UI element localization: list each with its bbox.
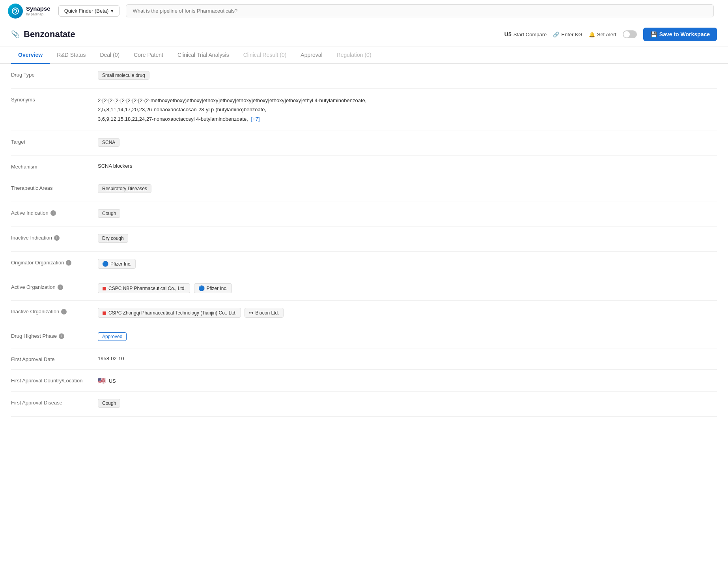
synonyms-label: Synonyms [11,96,98,103]
first-approval-disease-value: Cough [98,399,717,409]
active-org-row: Active Organization i ◼ CSPC NBP Pharmac… [11,276,717,301]
logo-icon [8,4,23,19]
tab-overview[interactable]: Overview [11,47,50,64]
pin-icon: 📎 [11,30,20,39]
active-org-value: ◼ CSPC NBP Pharmaceutical Co., Ltd. 🔵 Pf… [98,283,717,293]
first-approval-country-value: 🇺🇸 US [98,377,717,384]
therapeutic-areas-tag: Respiratory Diseases [98,184,151,193]
drug-highest-phase-value: Approved [98,332,717,341]
alert-toggle[interactable] [623,30,637,38]
save-workspace-button[interactable]: 💾 Save to Workspace [643,28,717,41]
pfizer-icon: 🔵 [102,261,108,267]
tab-bar: Overview R&D Status Deal (0) Core Patent… [0,47,728,64]
approved-badge: Approved [98,332,127,341]
inactive-org-label: Inactive Organization i [11,308,98,314]
inactive-indication-tag: Dry cough [98,234,128,243]
kg-icon: 🔗 [553,32,559,37]
cspc-zhongqi-icon: ◼ [102,310,106,316]
tab-approval[interactable]: Approval [293,47,329,64]
inactive-org-info-icon[interactable]: i [61,309,67,314]
active-org-info-icon[interactable]: i [58,284,63,290]
set-alert-label: Set Alert [597,32,616,37]
synonyms-value: 2-[2-[2-[2-[2-[2-[2-[2-(2-methoxyethoxy)… [98,96,717,124]
page-title: Benzonatate [24,29,75,39]
inactive-org-2-tag: ↤ Biocon Ltd. [245,308,283,318]
originator-org-info-icon[interactable]: i [66,260,71,266]
save-workspace-label: Save to Workspace [659,31,710,37]
quick-finder-label: Quick Finder (Beta) [64,8,109,14]
first-approval-date-label: First Approval Date [11,356,98,362]
target-label: Target [11,138,98,145]
enter-kg-label: Enter KG [561,32,582,37]
target-row: Target SCNA [11,131,717,156]
mechanism-row: Mechanism SCNA blockers [11,156,717,177]
active-indication-tag: Cough [98,209,120,218]
therapeutic-areas-value: Respiratory Diseases [98,184,717,195]
drug-highest-phase-row: Drug Highest Phase i Approved [11,325,717,348]
inactive-indication-row: Inactive Indication i Dry cough [11,227,717,252]
originator-org-label: Originator Organization i [11,259,98,266]
tab-core-patent[interactable]: Core Patent [127,47,170,64]
active-indication-info-icon[interactable]: i [50,210,56,216]
logo-sub: by patsnap [26,12,50,16]
target-tag: SCNA [98,138,119,147]
cspc-icon: ◼ [102,285,106,291]
tab-rd-status[interactable]: R&D Status [50,47,93,64]
tab-clinical-trial[interactable]: Clinical Trial Analysis [170,47,236,64]
quick-finder-button[interactable]: Quick Finder (Beta) ▾ [58,5,120,17]
inactive-indication-info-icon[interactable]: i [54,235,60,241]
therapeutic-areas-label: Therapeutic Areas [11,184,98,191]
set-alert-button[interactable]: 🔔 Set Alert [589,32,616,37]
tab-deal[interactable]: Deal (0) [93,47,127,64]
drug-type-value: Small molecule drug [98,71,717,81]
active-org-1-tag: ◼ CSPC NBP Pharmaceutical Co., Ltd. [98,283,190,293]
compare-icon: U5 [504,31,511,37]
target-value: SCNA [98,138,717,148]
drug-highest-phase-info-icon[interactable]: i [59,333,64,339]
active-indication-value: Cough [98,209,717,219]
drug-type-row: Drug Type Small molecule drug [11,64,717,89]
page-title-area: 📎 Benzonatate [11,29,75,39]
header-actions: U5 Start Compare 🔗 Enter KG 🔔 Set Alert … [504,28,717,41]
drug-type-tag: Small molecule drug [98,71,149,80]
mechanism-label: Mechanism [11,163,98,170]
active-org-2-tag: 🔵 Pfizer Inc. [194,283,232,293]
inactive-org-value: ◼ CSPC Zhongqi Pharmaceutical Technology… [98,308,717,318]
drug-type-label: Drug Type [11,71,98,78]
originator-org-row: Originator Organization i 🔵 Pfizer Inc. [11,252,717,276]
inactive-indication-value: Dry cough [98,234,717,244]
enter-kg-button[interactable]: 🔗 Enter KG [553,32,582,37]
originator-org-value: 🔵 Pfizer Inc. [98,259,717,269]
logo-text: Synapse [26,6,50,12]
first-approval-disease-tag: Cough [98,399,120,408]
page-header: 📎 Benzonatate U5 Start Compare 🔗 Enter K… [0,22,728,47]
first-approval-date-row: First Approval Date 1958-02-10 [11,348,717,370]
biocon-icon: ↤ [249,310,253,316]
pfizer2-icon: 🔵 [198,285,205,291]
active-indication-row: Active Indication i Cough [11,202,717,227]
first-approval-country-row: First Approval Country/Location 🇺🇸 US [11,370,717,392]
overview-content: Drug Type Small molecule drug Synonyms 2… [0,64,728,417]
inactive-org-row: Inactive Organization i ◼ CSPC Zhongqi P… [11,301,717,325]
active-org-label: Active Organization i [11,283,98,290]
active-indication-label: Active Indication i [11,209,98,216]
logo-area: Synapse by patsnap [8,4,50,19]
save-icon: 💾 [650,31,657,37]
inactive-indication-label: Inactive Indication i [11,234,98,241]
inactive-org-1-tag: ◼ CSPC Zhongqi Pharmaceutical Technology… [98,308,241,318]
synonyms-row: Synonyms 2-[2-[2-[2-[2-[2-[2-[2-(2-metho… [11,89,717,131]
first-approval-disease-row: First Approval Disease Cough [11,392,717,417]
alert-icon: 🔔 [589,32,595,37]
chevron-down-icon: ▾ [111,8,114,14]
start-compare-label: Start Compare [513,32,547,37]
first-approval-disease-label: First Approval Disease [11,399,98,406]
drug-highest-phase-label: Drug Highest Phase i [11,332,98,339]
svg-point-0 [12,8,19,14]
mechanism-value: SCNA blockers [98,163,717,169]
search-input[interactable] [126,4,714,17]
tab-clinical-result: Clinical Result (0) [236,47,294,64]
start-compare-button[interactable]: U5 Start Compare [504,31,547,37]
tab-regulation: Regulation (0) [330,47,379,64]
synonyms-more-link[interactable]: [+7] [251,116,260,122]
first-approval-date-value: 1958-02-10 [98,356,717,361]
